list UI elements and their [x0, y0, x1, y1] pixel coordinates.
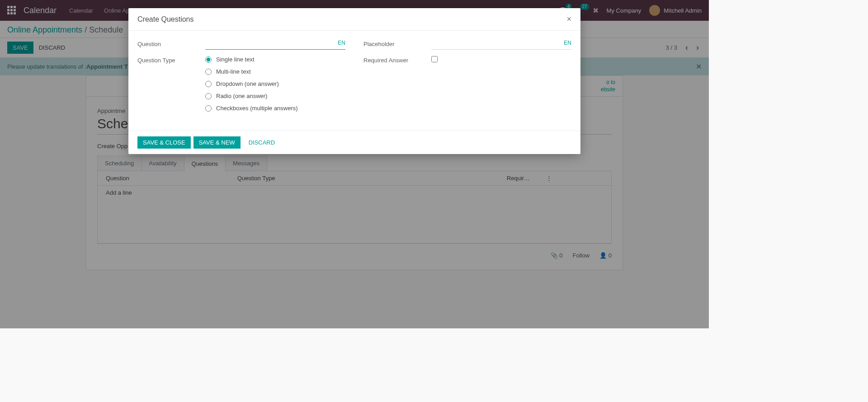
required-checkbox[interactable] [431, 56, 438, 62]
modal-overlay[interactable]: Create Questions × Question EN Question … [0, 0, 709, 328]
modal-footer: Save & Close Save & New Discard [128, 131, 580, 154]
radio-radio[interactable]: Radio (one answer) [205, 93, 345, 99]
radio-checkboxes[interactable]: Checkboxes (multiple answers) [205, 105, 345, 112]
save-close-button[interactable]: Save & Close [137, 136, 191, 149]
modal-discard-button[interactable]: Discard [243, 136, 281, 149]
question-input[interactable] [205, 40, 345, 50]
label-question: Question [137, 40, 205, 47]
save-new-button[interactable]: Save & New [193, 136, 241, 149]
placeholder-lang-tag[interactable]: EN [564, 40, 571, 46]
placeholder-input[interactable] [431, 40, 571, 50]
modal-body: Question EN Question Type Single line te… [128, 31, 580, 131]
modal-title: Create Questions [137, 15, 194, 23]
create-questions-modal: Create Questions × Question EN Question … [128, 8, 580, 154]
label-placeholder: Placeholder [363, 40, 431, 47]
radio-dropdown[interactable]: Dropdown (one answer) [205, 80, 345, 87]
question-type-radios: Single line text Multi-line text Dropdow… [205, 56, 345, 112]
label-required: Required Answer [363, 56, 431, 64]
question-lang-tag[interactable]: EN [338, 40, 345, 46]
label-question-type: Question Type [137, 56, 205, 64]
modal-close-icon[interactable]: × [566, 14, 571, 24]
radio-multi-line[interactable]: Multi-line text [205, 68, 345, 75]
radio-single-line[interactable]: Single line text [205, 56, 345, 63]
modal-header: Create Questions × [128, 8, 580, 31]
